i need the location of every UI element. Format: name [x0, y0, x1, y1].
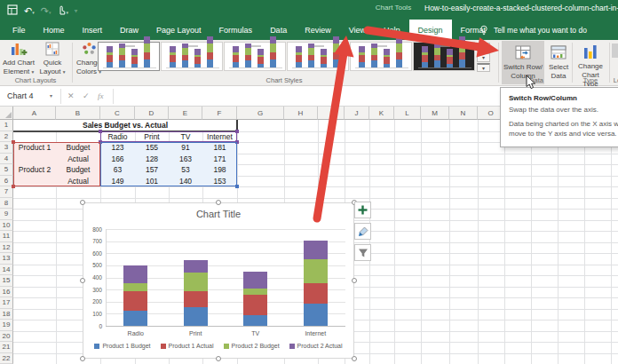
column-header-A[interactable]: A [13, 107, 56, 120]
cell-category-header[interactable]: Print [135, 131, 169, 143]
row-header-10[interactable]: 10 [0, 220, 13, 232]
cell-value[interactable]: 166 [100, 154, 135, 165]
row-header-15[interactable]: 15 [0, 275, 13, 287]
bar-segment[interactable] [243, 289, 267, 295]
column-header-F[interactable]: F [202, 107, 237, 120]
tab-help[interactable]: Help [375, 20, 409, 40]
row-header-4[interactable]: 4 [0, 154, 13, 165]
column-header-L[interactable]: L [394, 107, 421, 120]
row-header-18[interactable]: 18 [0, 309, 13, 320]
customize-toolbar-icon[interactable]: ▿ [75, 7, 77, 13]
column-header-K[interactable]: K [369, 107, 394, 120]
tab-home[interactable]: Home [35, 20, 74, 40]
row-header-14[interactable]: 14 [0, 265, 13, 276]
row-header-20[interactable]: 20 [0, 331, 13, 343]
touch-mode-icon[interactable]: ▾ [57, 4, 68, 15]
excel-app-icon[interactable] [7, 4, 18, 15]
row-header-13[interactable]: 13 [0, 253, 13, 265]
chart-selection-handle[interactable] [216, 200, 221, 205]
tab-draw[interactable]: Draw [111, 20, 147, 40]
cell-value[interactable]: 149 [100, 176, 135, 187]
categories-range-border-handle[interactable] [235, 140, 239, 144]
legend-item[interactable]: Product 1 Actual [161, 343, 214, 349]
chart-object[interactable]: Chart Title0100200300400500600700800Radi… [83, 202, 354, 359]
legend-item[interactable]: Product 2 Actual [289, 343, 343, 349]
tab-view[interactable]: View [340, 20, 375, 40]
tell-me-box[interactable]: Tell me what you want to do [479, 20, 587, 40]
bar-segment[interactable] [304, 283, 328, 304]
chart-selection-handle[interactable] [80, 278, 85, 283]
column-header-M[interactable]: M [421, 107, 449, 120]
bar-segment[interactable] [184, 260, 208, 273]
bar-segment[interactable] [304, 259, 328, 283]
column-header-D[interactable]: D [135, 107, 169, 120]
cell-value[interactable]: 63 [100, 164, 135, 176]
chart-title[interactable]: Chart Title [83, 209, 353, 219]
column-header-B[interactable]: B [56, 107, 100, 120]
series-names-range-border-handle[interactable] [12, 185, 15, 188]
row-header-8[interactable]: 8 [0, 198, 13, 210]
chart-selection-handle[interactable] [80, 200, 85, 205]
tab-page-layout[interactable]: Page Layout [147, 20, 210, 40]
column-header-C[interactable]: C [100, 107, 135, 120]
cell-value[interactable]: 53 [169, 164, 202, 176]
cell-value[interactable]: 101 [135, 176, 169, 187]
chart-selection-handle[interactable] [80, 356, 85, 361]
legend-item[interactable]: Product 2 Budget [224, 343, 280, 349]
tab-file[interactable]: File [4, 20, 35, 40]
chart-style-thumbnail[interactable] [350, 42, 412, 71]
column-header-G[interactable]: G [237, 107, 284, 120]
cell-series-type[interactable]: Actual [56, 176, 100, 187]
bar-segment[interactable] [304, 241, 328, 259]
row-header-1[interactable]: 1 [0, 120, 13, 131]
bar-segment[interactable] [243, 295, 267, 314]
cell-value[interactable]: 157 [135, 164, 169, 176]
chart-styles-brush-icon[interactable] [354, 223, 371, 240]
bar-segment[interactable] [184, 307, 208, 326]
cell-value[interactable]: 91 [169, 142, 202, 154]
move-chart-icon-partial[interactable] [612, 44, 618, 58]
chart-style-thumbnail[interactable] [161, 42, 223, 71]
bar-segment[interactable] [243, 272, 267, 289]
bar-segment[interactable] [123, 283, 147, 291]
chart-style-thumbnail[interactable] [224, 42, 286, 71]
row-header-9[interactable]: 9 [0, 209, 13, 220]
series-names-range-border-handle[interactable] [12, 140, 15, 144]
legend-item[interactable]: Product 1 Budget [94, 343, 150, 349]
chart-style-thumbnail[interactable] [287, 42, 349, 71]
cell-value[interactable]: 128 [135, 154, 169, 165]
column-header-N[interactable]: N [449, 107, 478, 120]
tab-data[interactable]: Data [261, 20, 296, 40]
redo-icon[interactable]: ↷▾ [41, 2, 52, 18]
insert-function-icon[interactable]: fx [98, 88, 104, 105]
bar-segment[interactable] [123, 291, 147, 312]
cell-category-header[interactable]: Internet [202, 131, 237, 143]
row-header-11[interactable]: 11 [0, 231, 13, 242]
row-header-22[interactable]: 22 [0, 353, 13, 364]
cell-category-header[interactable]: TV [169, 131, 202, 143]
chart-elements-plus-icon[interactable] [354, 202, 371, 218]
cell-value[interactable]: 123 [100, 142, 135, 154]
chart-filters-funnel-icon[interactable] [354, 244, 371, 261]
bar-segment[interactable] [184, 273, 208, 291]
column-header-E[interactable]: E [169, 107, 202, 120]
cell-value[interactable]: 181 [202, 142, 237, 154]
row-header-12[interactable]: 12 [0, 242, 13, 254]
tab-formulas[interactable]: Formulas [210, 20, 262, 40]
cell-series-type[interactable]: Budget [56, 164, 100, 176]
gallery-more-button[interactable]: ▾ [477, 63, 490, 72]
column-header-I[interactable]: I [318, 107, 345, 120]
chart-style-thumbnail[interactable] [98, 42, 160, 71]
categories-range-border-handle[interactable] [99, 140, 102, 144]
tab-insert[interactable]: Insert [74, 20, 112, 40]
cell-value[interactable]: 171 [202, 154, 237, 165]
bar-segment[interactable] [243, 315, 267, 326]
bar-segment[interactable] [123, 265, 147, 283]
values-range-border-handle[interactable] [235, 185, 239, 188]
row-header-16[interactable]: 16 [0, 287, 13, 298]
bar-segment[interactable] [123, 311, 147, 326]
bar-segment[interactable] [304, 304, 328, 326]
select-all-button[interactable] [0, 107, 13, 120]
cell-value[interactable]: 198 [202, 164, 237, 176]
enter-formula-icon[interactable]: ✓ [83, 88, 90, 105]
